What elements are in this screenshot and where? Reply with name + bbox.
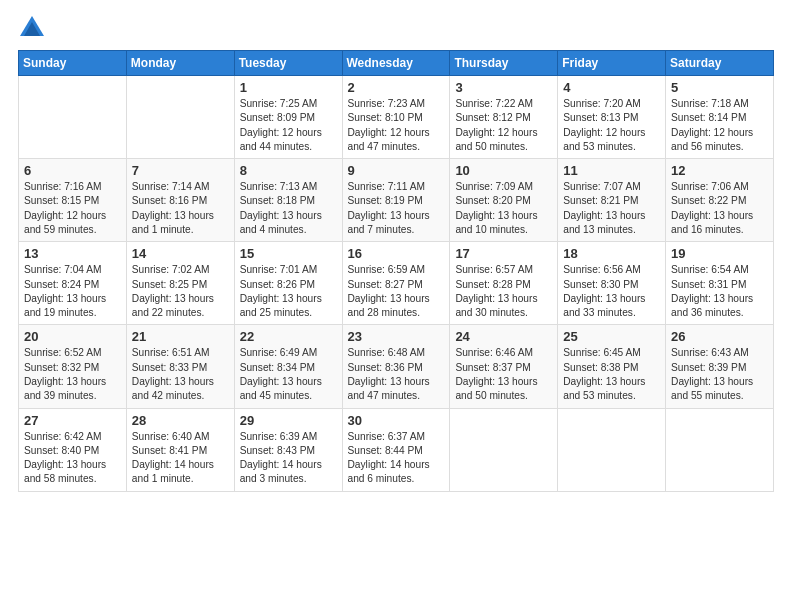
day-info: Sunrise: 6:51 AMSunset: 8:33 PMDaylight:… xyxy=(132,346,229,403)
weekday-header-tuesday: Tuesday xyxy=(234,51,342,76)
calendar-cell: 12Sunrise: 7:06 AMSunset: 8:22 PMDayligh… xyxy=(666,159,774,242)
calendar: SundayMondayTuesdayWednesdayThursdayFrid… xyxy=(18,50,774,492)
day-info: Sunrise: 7:25 AMSunset: 8:09 PMDaylight:… xyxy=(240,97,337,154)
day-info: Sunrise: 7:22 AMSunset: 8:12 PMDaylight:… xyxy=(455,97,552,154)
calendar-cell xyxy=(19,76,127,159)
day-info: Sunrise: 6:56 AMSunset: 8:30 PMDaylight:… xyxy=(563,263,660,320)
day-info: Sunrise: 7:04 AMSunset: 8:24 PMDaylight:… xyxy=(24,263,121,320)
calendar-cell: 2Sunrise: 7:23 AMSunset: 8:10 PMDaylight… xyxy=(342,76,450,159)
calendar-cell: 3Sunrise: 7:22 AMSunset: 8:12 PMDaylight… xyxy=(450,76,558,159)
day-number: 24 xyxy=(455,329,552,344)
day-info: Sunrise: 6:54 AMSunset: 8:31 PMDaylight:… xyxy=(671,263,768,320)
day-number: 7 xyxy=(132,163,229,178)
calendar-cell: 18Sunrise: 6:56 AMSunset: 8:30 PMDayligh… xyxy=(558,242,666,325)
day-info: Sunrise: 6:39 AMSunset: 8:43 PMDaylight:… xyxy=(240,430,337,487)
weekday-header-sunday: Sunday xyxy=(19,51,127,76)
header xyxy=(18,10,774,42)
calendar-cell: 29Sunrise: 6:39 AMSunset: 8:43 PMDayligh… xyxy=(234,408,342,491)
weekday-header-thursday: Thursday xyxy=(450,51,558,76)
day-info: Sunrise: 6:45 AMSunset: 8:38 PMDaylight:… xyxy=(563,346,660,403)
calendar-cell: 24Sunrise: 6:46 AMSunset: 8:37 PMDayligh… xyxy=(450,325,558,408)
day-info: Sunrise: 7:09 AMSunset: 8:20 PMDaylight:… xyxy=(455,180,552,237)
day-number: 5 xyxy=(671,80,768,95)
logo-icon xyxy=(18,14,46,42)
calendar-cell: 23Sunrise: 6:48 AMSunset: 8:36 PMDayligh… xyxy=(342,325,450,408)
day-info: Sunrise: 6:40 AMSunset: 8:41 PMDaylight:… xyxy=(132,430,229,487)
day-number: 28 xyxy=(132,413,229,428)
day-number: 10 xyxy=(455,163,552,178)
week-row-5: 27Sunrise: 6:42 AMSunset: 8:40 PMDayligh… xyxy=(19,408,774,491)
calendar-cell: 22Sunrise: 6:49 AMSunset: 8:34 PMDayligh… xyxy=(234,325,342,408)
calendar-cell: 6Sunrise: 7:16 AMSunset: 8:15 PMDaylight… xyxy=(19,159,127,242)
day-info: Sunrise: 6:37 AMSunset: 8:44 PMDaylight:… xyxy=(348,430,445,487)
day-number: 15 xyxy=(240,246,337,261)
logo xyxy=(18,14,50,42)
day-number: 2 xyxy=(348,80,445,95)
calendar-cell: 27Sunrise: 6:42 AMSunset: 8:40 PMDayligh… xyxy=(19,408,127,491)
calendar-cell xyxy=(450,408,558,491)
day-info: Sunrise: 7:23 AMSunset: 8:10 PMDaylight:… xyxy=(348,97,445,154)
day-info: Sunrise: 6:57 AMSunset: 8:28 PMDaylight:… xyxy=(455,263,552,320)
page: SundayMondayTuesdayWednesdayThursdayFrid… xyxy=(0,0,792,612)
day-number: 26 xyxy=(671,329,768,344)
calendar-cell: 7Sunrise: 7:14 AMSunset: 8:16 PMDaylight… xyxy=(126,159,234,242)
day-number: 14 xyxy=(132,246,229,261)
calendar-cell: 17Sunrise: 6:57 AMSunset: 8:28 PMDayligh… xyxy=(450,242,558,325)
weekday-header-friday: Friday xyxy=(558,51,666,76)
day-info: Sunrise: 6:48 AMSunset: 8:36 PMDaylight:… xyxy=(348,346,445,403)
day-info: Sunrise: 7:01 AMSunset: 8:26 PMDaylight:… xyxy=(240,263,337,320)
day-info: Sunrise: 7:18 AMSunset: 8:14 PMDaylight:… xyxy=(671,97,768,154)
calendar-cell: 21Sunrise: 6:51 AMSunset: 8:33 PMDayligh… xyxy=(126,325,234,408)
day-number: 22 xyxy=(240,329,337,344)
calendar-cell: 8Sunrise: 7:13 AMSunset: 8:18 PMDaylight… xyxy=(234,159,342,242)
day-number: 21 xyxy=(132,329,229,344)
calendar-cell: 26Sunrise: 6:43 AMSunset: 8:39 PMDayligh… xyxy=(666,325,774,408)
day-number: 20 xyxy=(24,329,121,344)
day-info: Sunrise: 6:46 AMSunset: 8:37 PMDaylight:… xyxy=(455,346,552,403)
calendar-cell xyxy=(558,408,666,491)
weekday-header-row: SundayMondayTuesdayWednesdayThursdayFrid… xyxy=(19,51,774,76)
day-number: 29 xyxy=(240,413,337,428)
day-number: 27 xyxy=(24,413,121,428)
day-number: 18 xyxy=(563,246,660,261)
calendar-cell: 28Sunrise: 6:40 AMSunset: 8:41 PMDayligh… xyxy=(126,408,234,491)
calendar-cell: 10Sunrise: 7:09 AMSunset: 8:20 PMDayligh… xyxy=(450,159,558,242)
weekday-header-monday: Monday xyxy=(126,51,234,76)
day-number: 25 xyxy=(563,329,660,344)
day-info: Sunrise: 6:52 AMSunset: 8:32 PMDaylight:… xyxy=(24,346,121,403)
day-number: 23 xyxy=(348,329,445,344)
calendar-cell: 13Sunrise: 7:04 AMSunset: 8:24 PMDayligh… xyxy=(19,242,127,325)
calendar-cell: 20Sunrise: 6:52 AMSunset: 8:32 PMDayligh… xyxy=(19,325,127,408)
day-info: Sunrise: 7:02 AMSunset: 8:25 PMDaylight:… xyxy=(132,263,229,320)
calendar-cell: 9Sunrise: 7:11 AMSunset: 8:19 PMDaylight… xyxy=(342,159,450,242)
day-number: 13 xyxy=(24,246,121,261)
day-number: 8 xyxy=(240,163,337,178)
calendar-cell: 11Sunrise: 7:07 AMSunset: 8:21 PMDayligh… xyxy=(558,159,666,242)
day-info: Sunrise: 6:42 AMSunset: 8:40 PMDaylight:… xyxy=(24,430,121,487)
day-number: 12 xyxy=(671,163,768,178)
day-info: Sunrise: 7:07 AMSunset: 8:21 PMDaylight:… xyxy=(563,180,660,237)
day-info: Sunrise: 7:11 AMSunset: 8:19 PMDaylight:… xyxy=(348,180,445,237)
calendar-cell: 25Sunrise: 6:45 AMSunset: 8:38 PMDayligh… xyxy=(558,325,666,408)
calendar-cell: 5Sunrise: 7:18 AMSunset: 8:14 PMDaylight… xyxy=(666,76,774,159)
day-info: Sunrise: 7:20 AMSunset: 8:13 PMDaylight:… xyxy=(563,97,660,154)
calendar-cell: 16Sunrise: 6:59 AMSunset: 8:27 PMDayligh… xyxy=(342,242,450,325)
calendar-cell: 1Sunrise: 7:25 AMSunset: 8:09 PMDaylight… xyxy=(234,76,342,159)
day-number: 6 xyxy=(24,163,121,178)
day-info: Sunrise: 7:16 AMSunset: 8:15 PMDaylight:… xyxy=(24,180,121,237)
day-number: 11 xyxy=(563,163,660,178)
day-info: Sunrise: 7:13 AMSunset: 8:18 PMDaylight:… xyxy=(240,180,337,237)
day-info: Sunrise: 6:43 AMSunset: 8:39 PMDaylight:… xyxy=(671,346,768,403)
week-row-2: 6Sunrise: 7:16 AMSunset: 8:15 PMDaylight… xyxy=(19,159,774,242)
calendar-cell: 19Sunrise: 6:54 AMSunset: 8:31 PMDayligh… xyxy=(666,242,774,325)
day-info: Sunrise: 7:06 AMSunset: 8:22 PMDaylight:… xyxy=(671,180,768,237)
calendar-cell: 14Sunrise: 7:02 AMSunset: 8:25 PMDayligh… xyxy=(126,242,234,325)
day-number: 16 xyxy=(348,246,445,261)
day-number: 17 xyxy=(455,246,552,261)
week-row-3: 13Sunrise: 7:04 AMSunset: 8:24 PMDayligh… xyxy=(19,242,774,325)
day-number: 30 xyxy=(348,413,445,428)
calendar-cell xyxy=(666,408,774,491)
day-number: 4 xyxy=(563,80,660,95)
day-info: Sunrise: 6:59 AMSunset: 8:27 PMDaylight:… xyxy=(348,263,445,320)
calendar-cell xyxy=(126,76,234,159)
